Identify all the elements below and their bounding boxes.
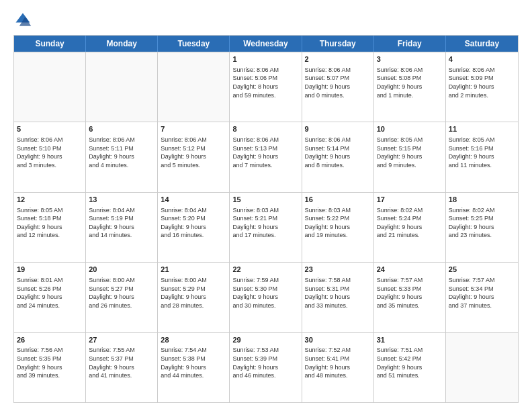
- calendar-cell: 21Sunrise: 8:00 AMSunset: 5:29 PMDayligh…: [158, 263, 230, 332]
- page: SundayMondayTuesdayWednesdayThursdayFrid…: [0, 0, 532, 411]
- calendar-cell: 6Sunrise: 8:06 AMSunset: 5:11 PMDaylight…: [86, 122, 158, 191]
- calendar-cell: 1Sunrise: 8:06 AMSunset: 5:06 PMDaylight…: [230, 52, 302, 122]
- day-number: 27: [89, 335, 154, 345]
- day-number: 3: [377, 54, 443, 64]
- day-number: 17: [377, 195, 443, 205]
- cell-info: Sunrise: 8:06 AMSunset: 5:12 PMDaylight:…: [161, 136, 226, 169]
- cell-info: Sunrise: 8:02 AMSunset: 5:24 PMDaylight:…: [377, 206, 443, 240]
- logo: [13, 11, 35, 30]
- calendar-cell: 15Sunrise: 8:03 AMSunset: 5:21 PMDayligh…: [230, 193, 302, 262]
- cell-info: Sunrise: 8:06 AMSunset: 5:06 PMDaylight:…: [232, 66, 298, 99]
- weekday-header-saturday: Saturday: [446, 36, 518, 52]
- day-number: 7: [161, 124, 226, 134]
- weekday-header-sunday: Sunday: [14, 36, 86, 52]
- calendar-header-row: SundayMondayTuesdayWednesdayThursdayFrid…: [14, 36, 518, 52]
- calendar-cell: 9Sunrise: 8:06 AMSunset: 5:14 PMDaylight…: [302, 122, 374, 191]
- day-number: 1: [232, 54, 298, 64]
- day-number: 23: [305, 265, 371, 275]
- day-number: 30: [305, 335, 371, 345]
- calendar-cell: 20Sunrise: 8:00 AMSunset: 5:27 PMDayligh…: [86, 263, 158, 332]
- calendar-cell: 31Sunrise: 7:51 AMSunset: 5:42 PMDayligh…: [374, 333, 446, 402]
- cell-info: Sunrise: 8:04 AMSunset: 5:19 PMDaylight:…: [89, 206, 154, 240]
- calendar-row-0: 1Sunrise: 8:06 AMSunset: 5:06 PMDaylight…: [14, 52, 518, 122]
- calendar-cell: 29Sunrise: 7:53 AMSunset: 5:39 PMDayligh…: [230, 333, 302, 402]
- calendar-cell: 8Sunrise: 8:06 AMSunset: 5:13 PMDaylight…: [230, 122, 302, 191]
- day-number: 9: [305, 124, 371, 134]
- day-number: 16: [305, 195, 371, 205]
- calendar-cell: 24Sunrise: 7:57 AMSunset: 5:33 PMDayligh…: [374, 263, 446, 332]
- calendar: SundayMondayTuesdayWednesdayThursdayFrid…: [13, 35, 519, 403]
- cell-info: Sunrise: 8:06 AMSunset: 5:11 PMDaylight:…: [89, 136, 154, 169]
- cell-info: Sunrise: 7:58 AMSunset: 5:31 PMDaylight:…: [305, 276, 371, 310]
- cell-info: Sunrise: 8:01 AMSunset: 5:26 PMDaylight:…: [17, 276, 83, 310]
- weekday-header-wednesday: Wednesday: [230, 36, 302, 52]
- cell-info: Sunrise: 7:51 AMSunset: 5:42 PMDaylight:…: [377, 346, 443, 379]
- cell-info: Sunrise: 8:06 AMSunset: 5:08 PMDaylight:…: [377, 66, 443, 99]
- calendar-cell: 5Sunrise: 8:06 AMSunset: 5:10 PMDaylight…: [14, 122, 86, 191]
- calendar-cell: 28Sunrise: 7:54 AMSunset: 5:38 PMDayligh…: [158, 333, 230, 402]
- day-number: 20: [89, 265, 154, 275]
- weekday-header-tuesday: Tuesday: [158, 36, 230, 52]
- day-number: 10: [377, 124, 443, 134]
- cell-info: Sunrise: 8:03 AMSunset: 5:21 PMDaylight:…: [232, 206, 298, 240]
- calendar-row-1: 5Sunrise: 8:06 AMSunset: 5:10 PMDaylight…: [14, 122, 518, 191]
- calendar-cell: [158, 52, 230, 122]
- day-number: 21: [161, 265, 226, 275]
- cell-info: Sunrise: 8:05 AMSunset: 5:16 PMDaylight:…: [449, 136, 515, 169]
- day-number: 24: [377, 265, 443, 275]
- cell-info: Sunrise: 8:05 AMSunset: 5:15 PMDaylight:…: [377, 136, 443, 169]
- calendar-cell: 26Sunrise: 7:56 AMSunset: 5:35 PMDayligh…: [14, 333, 86, 402]
- cell-info: Sunrise: 7:59 AMSunset: 5:30 PMDaylight:…: [232, 276, 298, 310]
- cell-info: Sunrise: 7:57 AMSunset: 5:33 PMDaylight:…: [377, 276, 443, 310]
- cell-info: Sunrise: 8:04 AMSunset: 5:20 PMDaylight:…: [161, 206, 226, 240]
- calendar-cell: 17Sunrise: 8:02 AMSunset: 5:24 PMDayligh…: [374, 193, 446, 262]
- cell-info: Sunrise: 8:00 AMSunset: 5:29 PMDaylight:…: [161, 276, 226, 310]
- day-number: 28: [161, 335, 226, 345]
- cell-info: Sunrise: 7:55 AMSunset: 5:37 PMDaylight:…: [89, 346, 154, 379]
- weekday-header-thursday: Thursday: [302, 36, 374, 52]
- day-number: 18: [449, 195, 515, 205]
- day-number: 26: [17, 335, 83, 345]
- calendar-cell: 18Sunrise: 8:02 AMSunset: 5:25 PMDayligh…: [446, 193, 518, 262]
- cell-info: Sunrise: 8:05 AMSunset: 5:18 PMDaylight:…: [17, 206, 83, 240]
- weekday-header-monday: Monday: [86, 36, 158, 52]
- cell-info: Sunrise: 8:06 AMSunset: 5:10 PMDaylight:…: [17, 136, 83, 169]
- calendar-cell: 11Sunrise: 8:05 AMSunset: 5:16 PMDayligh…: [446, 122, 518, 191]
- logo-icon: [13, 11, 32, 30]
- calendar-cell: 3Sunrise: 8:06 AMSunset: 5:08 PMDaylight…: [374, 52, 446, 122]
- cell-info: Sunrise: 7:53 AMSunset: 5:39 PMDaylight:…: [232, 346, 298, 379]
- calendar-cell: 30Sunrise: 7:52 AMSunset: 5:41 PMDayligh…: [302, 333, 374, 402]
- day-number: 4: [449, 54, 515, 64]
- cell-info: Sunrise: 8:03 AMSunset: 5:22 PMDaylight:…: [305, 206, 371, 240]
- cell-info: Sunrise: 7:56 AMSunset: 5:35 PMDaylight:…: [17, 346, 83, 379]
- calendar-row-2: 12Sunrise: 8:05 AMSunset: 5:18 PMDayligh…: [14, 192, 518, 262]
- cell-info: Sunrise: 7:57 AMSunset: 5:34 PMDaylight:…: [449, 276, 515, 310]
- calendar-cell: 22Sunrise: 7:59 AMSunset: 5:30 PMDayligh…: [230, 263, 302, 332]
- cell-info: Sunrise: 8:06 AMSunset: 5:13 PMDaylight:…: [232, 136, 298, 169]
- cell-info: Sunrise: 8:06 AMSunset: 5:07 PMDaylight:…: [305, 66, 371, 99]
- header: [13, 11, 519, 30]
- calendar-cell: 13Sunrise: 8:04 AMSunset: 5:19 PMDayligh…: [86, 193, 158, 262]
- calendar-cell: 23Sunrise: 7:58 AMSunset: 5:31 PMDayligh…: [302, 263, 374, 332]
- day-number: 29: [232, 335, 298, 345]
- day-number: 19: [17, 265, 83, 275]
- calendar-cell: [86, 52, 158, 122]
- cell-info: Sunrise: 8:06 AMSunset: 5:09 PMDaylight:…: [449, 66, 515, 99]
- calendar-row-3: 19Sunrise: 8:01 AMSunset: 5:26 PMDayligh…: [14, 262, 518, 332]
- cell-info: Sunrise: 8:00 AMSunset: 5:27 PMDaylight:…: [89, 276, 154, 310]
- calendar-cell: 7Sunrise: 8:06 AMSunset: 5:12 PMDaylight…: [158, 122, 230, 191]
- cell-info: Sunrise: 8:02 AMSunset: 5:25 PMDaylight:…: [449, 206, 515, 240]
- cell-info: Sunrise: 7:54 AMSunset: 5:38 PMDaylight:…: [161, 346, 226, 379]
- day-number: 25: [449, 265, 515, 275]
- day-number: 2: [305, 54, 371, 64]
- weekday-header-friday: Friday: [374, 36, 446, 52]
- day-number: 8: [232, 124, 298, 134]
- day-number: 13: [89, 195, 154, 205]
- calendar-body: 1Sunrise: 8:06 AMSunset: 5:06 PMDaylight…: [14, 52, 518, 402]
- calendar-cell: [14, 52, 86, 122]
- calendar-cell: 12Sunrise: 8:05 AMSunset: 5:18 PMDayligh…: [14, 193, 86, 262]
- cell-info: Sunrise: 7:52 AMSunset: 5:41 PMDaylight:…: [305, 346, 371, 379]
- calendar-cell: 19Sunrise: 8:01 AMSunset: 5:26 PMDayligh…: [14, 263, 86, 332]
- day-number: 31: [377, 335, 443, 345]
- calendar-cell: [446, 333, 518, 402]
